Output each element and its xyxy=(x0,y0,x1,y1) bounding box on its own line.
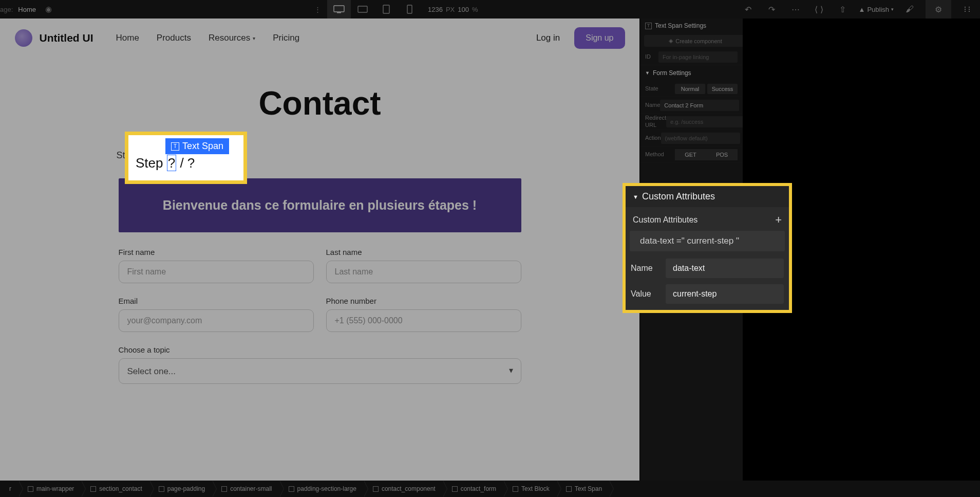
undo-icon[interactable]: ↶ xyxy=(741,2,756,17)
login-link[interactable]: Log in xyxy=(536,33,560,43)
welcome-banner: Bienvenue dans ce formulaire en plusieur… xyxy=(119,178,521,232)
form-settings-header[interactable]: ▼Form Settings xyxy=(640,65,743,81)
breadcrumb-item[interactable]: padding-section-large xyxy=(279,481,364,497)
first-name-input[interactable] xyxy=(119,261,314,283)
nav-pricing[interactable]: Pricing xyxy=(273,33,299,43)
textspan-settings-header: T Text Span Settings xyxy=(640,19,743,33)
attr-name-label: Name xyxy=(631,264,659,273)
custom-attributes-sublabel: Custom Attributes xyxy=(633,215,698,225)
action-input[interactable] xyxy=(661,133,740,144)
state-normal-button[interactable]: Normal xyxy=(675,84,705,94)
redirect-label: Redirect URL xyxy=(645,115,666,128)
redirect-input[interactable] xyxy=(666,116,743,127)
attr-value-input[interactable] xyxy=(666,284,784,304)
phone-field-wrap: Phone number xyxy=(326,297,521,332)
export-icon[interactable]: ⇧ xyxy=(835,2,851,17)
chevron-down-icon: ▾ xyxy=(253,35,255,41)
breadcrumb-item[interactable]: section_contact xyxy=(81,481,149,497)
page-label-prefix: age: xyxy=(0,6,13,13)
state-label: State xyxy=(645,85,675,92)
phone-input[interactable] xyxy=(326,309,521,332)
nav-products[interactable]: Products xyxy=(157,33,191,43)
textspan-type-icon: T xyxy=(645,23,652,29)
svg-rect-1 xyxy=(337,12,341,13)
brush-icon[interactable]: 🖌 xyxy=(902,2,917,17)
id-input[interactable] xyxy=(658,51,738,63)
comments-icon[interactable]: ⋯ xyxy=(788,2,803,17)
text-block-icon xyxy=(513,486,518,492)
breadcrumb-bar: r main-wrapper section_contact page-padd… xyxy=(0,481,980,497)
breadcrumb-item[interactable]: Text Block xyxy=(503,481,557,497)
breadcrumb-item[interactable]: r xyxy=(0,481,18,497)
svg-rect-2 xyxy=(358,6,367,12)
text-span-icon xyxy=(566,486,572,492)
step-popup-highlight: T Text Span Step ? / ? xyxy=(125,132,247,184)
element-type-label: T Text Span xyxy=(165,138,229,154)
style-panel-icon[interactable]: ⫶⫶ xyxy=(959,2,975,17)
breadcrumb-item[interactable]: container-small xyxy=(212,481,279,497)
email-field-wrap: Email xyxy=(119,297,314,332)
method-label: Method xyxy=(645,151,675,158)
caret-down-icon: ▼ xyxy=(633,194,638,200)
attr-name-input[interactable] xyxy=(666,259,784,278)
create-component-button[interactable]: ◈Create component xyxy=(644,35,743,47)
page-name[interactable]: Home xyxy=(18,6,36,13)
first-name-field: First name xyxy=(119,248,314,283)
more-options-icon[interactable]: ⋮ xyxy=(314,6,321,13)
form-block-icon xyxy=(452,486,458,492)
last-name-field: Last name xyxy=(326,248,521,283)
breadcrumb-item[interactable]: page-padding xyxy=(149,481,212,497)
email-label: Email xyxy=(119,297,314,305)
nav-home[interactable]: Home xyxy=(116,33,139,43)
designer-topbar: age: Home ◉ ⋮ 1236 PX 100 % ↶ ↷ ⋯ ⟨ ⟩ ⇧ … xyxy=(0,0,980,19)
desktop-mode-icon[interactable] xyxy=(327,0,351,19)
id-label: ID xyxy=(645,53,658,60)
custom-attributes-header[interactable]: ▼ Custom Attributes xyxy=(626,186,789,207)
phone-label: Phone number xyxy=(326,297,521,305)
settings-gear-icon[interactable]: ⚙ xyxy=(931,2,946,17)
attr-value-label: Value xyxy=(631,289,659,299)
breadcrumb-item[interactable]: Text Span xyxy=(557,481,609,497)
breadcrumb-item[interactable]: main-wrapper xyxy=(18,481,81,497)
preview-eye-icon[interactable]: ◉ xyxy=(45,5,52,14)
topic-label: Choose a topic xyxy=(119,345,521,354)
mobile-mode-icon[interactable] xyxy=(398,0,422,19)
action-label: Action xyxy=(645,135,661,141)
redo-icon[interactable]: ↷ xyxy=(764,2,780,17)
last-name-input[interactable] xyxy=(326,261,521,283)
div-block-icon xyxy=(221,486,227,492)
form-name-input[interactable] xyxy=(660,100,739,111)
nav-resources[interactable]: Resources▾ xyxy=(209,33,255,43)
contact-form: First name Last name Email Phone number … xyxy=(119,248,521,384)
tablet-landscape-icon[interactable] xyxy=(351,0,374,19)
state-success-button[interactable]: Success xyxy=(707,84,738,94)
page-title: Contact xyxy=(3,84,637,122)
svg-rect-4 xyxy=(407,5,412,13)
publish-button[interactable]: ▲Publish▾ xyxy=(859,6,894,13)
div-block-icon xyxy=(90,486,96,492)
signup-button[interactable]: Sign up xyxy=(574,27,625,49)
method-post-button[interactable]: POS xyxy=(706,149,738,160)
zoom-unit: % xyxy=(472,6,478,13)
div-block-icon xyxy=(289,486,294,492)
form-name-label: Name xyxy=(645,102,660,108)
design-canvas: Untitled UI Home Products Resources▾ Pri… xyxy=(0,19,639,481)
viewport-unit: PX xyxy=(446,6,455,13)
topic-select[interactable]: Select one... xyxy=(119,358,521,384)
add-attribute-icon[interactable]: + xyxy=(775,213,782,227)
tablet-portrait-icon[interactable] xyxy=(374,0,398,19)
div-block-icon xyxy=(28,486,33,492)
svg-rect-0 xyxy=(334,6,344,12)
breadcrumb-item[interactable]: contact_form xyxy=(443,481,503,497)
selected-span[interactable]: ? xyxy=(167,155,176,171)
logo-text: Untitled UI xyxy=(40,32,93,44)
logo-mark xyxy=(15,29,32,47)
attribute-string-display[interactable]: data-text =" current-step " xyxy=(630,231,785,251)
first-name-label: First name xyxy=(119,248,314,256)
device-modes xyxy=(327,0,422,19)
email-input[interactable] xyxy=(119,309,314,332)
method-get-button[interactable]: GET xyxy=(675,149,706,160)
breadcrumb-item[interactable]: contact_component xyxy=(364,481,443,497)
code-icon[interactable]: ⟨ ⟩ xyxy=(812,2,827,17)
last-name-label: Last name xyxy=(326,248,521,256)
